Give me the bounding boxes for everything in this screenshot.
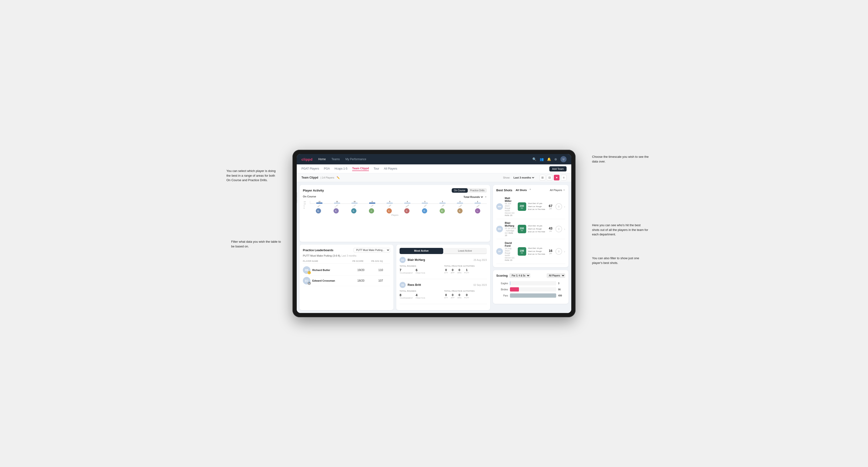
bar-group-5: 4	[399, 201, 416, 204]
search-icon[interactable]: 🔍	[532, 157, 536, 161]
bar-3	[369, 203, 375, 204]
rounds-stats-row-2: 8 Tournament 4 Practice	[400, 293, 442, 299]
chevron-right-icon-3[interactable]: ›	[564, 250, 565, 253]
shot-player-avatar-1: MM	[496, 203, 503, 210]
active-player-row: BM Blair McHarg 26 Aug 2023 Total Rounds	[400, 257, 487, 279]
putt-stat: 1 PUTT	[464, 268, 469, 274]
bar-value-1: 12	[336, 201, 338, 203]
subnav-all-players[interactable]: All Players	[384, 167, 397, 171]
app-stat: 0 APP	[451, 268, 455, 274]
y-label: 10	[304, 203, 306, 205]
course-toggle-group: On Course Practice Drills	[452, 188, 487, 193]
player-avatar-9: L.	[475, 208, 480, 214]
bar-4	[386, 203, 393, 204]
bar-8	[457, 203, 463, 204]
subnav-pga[interactable]: PGA	[324, 167, 330, 171]
add-team-button[interactable]: Add Team	[549, 166, 566, 172]
pb-avg: 110	[371, 269, 390, 272]
rank-badge-silver: 🥈	[308, 282, 311, 285]
shot-stats-2: 43 yds 0	[547, 226, 562, 232]
nav-home[interactable]: Home	[318, 158, 326, 161]
left-col: Player Activity On Course Practice Drill…	[300, 185, 490, 310]
sub-nav: PGAT Players PGA Hcaps 1-5 Team Clippd T…	[297, 164, 571, 173]
chart-filter-select[interactable]: Total Rounds Handicap Scoring	[463, 195, 484, 198]
active-player-date-2: 02 Sep 2023	[473, 284, 487, 286]
subnav-team-clippd[interactable]: Team Clippd	[352, 167, 369, 171]
bar-7	[439, 203, 445, 204]
shot-row-2: BM Blair McHarg 23 Jul 2023 · Ashridge G…	[496, 219, 565, 239]
x-name-8: E. Crossman	[454, 205, 467, 207]
scoring-filter1[interactable]: Par 3, 4 & 5s	[509, 273, 530, 278]
shot-player-info-1: Matt Miller 09 Jun 2023 · Royal North De…	[505, 197, 516, 217]
avatar[interactable]: U	[560, 156, 566, 162]
all-shots-tab[interactable]: All Shots	[514, 188, 528, 192]
on-course-toggle[interactable]: On Course	[452, 188, 468, 193]
shot-player-name-3: David Ford	[505, 242, 516, 247]
bell-icon[interactable]: 🔔	[547, 157, 551, 161]
tournament-stat-2: 8 Tournament	[400, 293, 413, 299]
subnav-pgat[interactable]: PGAT Players	[302, 167, 319, 171]
bar-group-0: 13	[311, 201, 328, 204]
practice-filter-select[interactable]: PUTT Must Make Putting...	[353, 248, 390, 252]
practice-header: Practice Leaderboards PUTT Must Make Put…	[303, 248, 390, 252]
grid2-view-btn[interactable]: ⊟	[547, 175, 552, 181]
players-filter: All Players ▼	[550, 189, 565, 191]
grid-view-btn[interactable]: ⊞	[540, 175, 545, 181]
scoring-title: Scoring	[496, 274, 507, 277]
shot-details-2: Shot Dist: 43 yds Start Lie: Rough End L…	[528, 224, 545, 234]
bar-6	[422, 203, 428, 204]
player-photo: EC 🥈	[303, 277, 310, 284]
x-name-0: B. McHarg	[312, 205, 325, 207]
edit-icon[interactable]: ✏️	[337, 176, 340, 179]
bar-group-9: 2	[469, 201, 486, 204]
bar-group-7: 3	[434, 201, 451, 204]
x-name-2: D. Ford	[348, 205, 361, 207]
show-select[interactable]: Last 3 months Last month Last 6 months L…	[513, 176, 535, 179]
annotation-top-left: You can select which player is doing the…	[226, 168, 278, 183]
player-avatar-8: E.	[457, 208, 463, 214]
team-name: Team Clippd	[302, 176, 318, 179]
birdies-bar	[510, 287, 519, 291]
scoring-chart: Eagles 3 Birdies	[496, 280, 565, 301]
eagles-bar	[510, 281, 510, 285]
list-view-btn[interactable]: ≡	[561, 175, 566, 181]
shot-stat-zero-2: 0	[555, 226, 562, 232]
least-active-tab[interactable]: Least Active	[443, 248, 487, 254]
practice-drills-toggle[interactable]: Practice Drills	[468, 188, 487, 193]
chevron-right-icon-2[interactable]: ›	[564, 227, 565, 231]
total-rounds-label-2: Total Rounds	[400, 290, 442, 292]
stats-grid-2: Total Rounds 8 Tournament 4	[400, 290, 487, 299]
bar-value-9: 2	[477, 201, 478, 203]
bar-value-4: 5	[389, 201, 390, 203]
practice-stats-row: 0 GTT 0 APP	[444, 268, 487, 274]
shot-player-name-2: Blair McHarg	[505, 221, 516, 227]
nav-teams[interactable]: Teams	[331, 158, 340, 161]
practice-activities-section-2: Total Practice Activities 0 GTT 0	[444, 290, 487, 299]
subnav-hcaps[interactable]: Hcaps 1-5	[335, 167, 347, 171]
pars-count: 499	[558, 294, 565, 297]
shot-course-3: 24 Aug 2023 · Royal North Devon GC Hole …	[505, 247, 516, 261]
shot-player-info-2: Blair McHarg 23 Jul 2023 · Ashridge GC H…	[505, 221, 516, 237]
chevron-right-icon[interactable]: ›	[564, 205, 565, 209]
bar-value-6: 3	[424, 201, 425, 203]
scoring-filter2[interactable]: All Players	[547, 273, 565, 278]
add-icon[interactable]: ⊕	[554, 157, 557, 161]
subnav-tour[interactable]: Tour	[374, 167, 379, 171]
heart-view-btn[interactable]: ♥	[554, 175, 559, 181]
active-player-row-2: RB Rees Britt 02 Sep 2023 Total Rounds	[400, 282, 487, 304]
x-name-5: D. Billingham	[401, 205, 414, 207]
player-avatar-5: D.	[404, 208, 409, 214]
shot-stat-dist: 67 yds	[547, 204, 554, 210]
active-player-date: 26 Aug 2023	[474, 259, 487, 261]
users-icon[interactable]: 👥	[540, 157, 544, 161]
nav-my-performance[interactable]: My Performance	[346, 158, 366, 161]
most-active-tab[interactable]: Most Active	[400, 248, 443, 254]
player-photo: RB 🥇	[303, 266, 310, 274]
shot-player-avatar-2: BM	[496, 226, 503, 232]
players-dropdown-arrow[interactable]: ▼	[563, 189, 565, 191]
annotation-top-right: Choose the timescale you wish to see the…	[592, 154, 649, 164]
shot-stat-zero-3: 0	[555, 248, 562, 255]
player-activity-card: Player Activity On Course Practice Drill…	[300, 185, 490, 242]
shots-dropdown-arrow[interactable]: ▼	[529, 188, 531, 192]
tablet-frame: clippd Home Teams My Performance 🔍 👥 🔔 ⊕…	[292, 150, 576, 317]
